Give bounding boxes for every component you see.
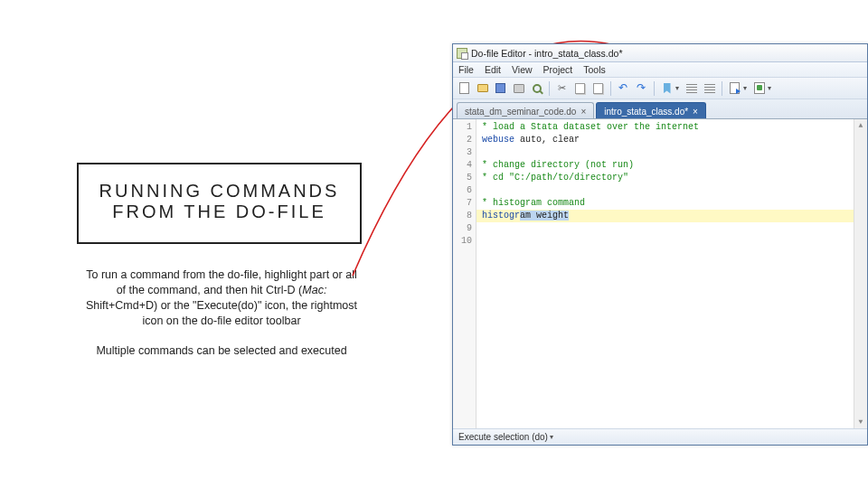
dropdown-icon[interactable]: ▾ xyxy=(550,433,553,441)
close-icon[interactable]: × xyxy=(693,107,698,117)
bookmark-icon xyxy=(664,83,671,94)
tab-bar: stata_dm_seminar_code.do × intro_stata_c… xyxy=(453,99,867,119)
code-line-1: * load a Stata dataset over the internet xyxy=(482,122,699,132)
code-line-7: * histogram command xyxy=(482,198,585,208)
dofile-editor-window: Do-file Editor - intro_stata_class.do* F… xyxy=(452,43,868,446)
code-line-8-selection: am weight xyxy=(520,211,569,221)
line-number: 2 xyxy=(453,134,472,146)
menu-tools[interactable]: Tools xyxy=(583,64,606,75)
paste-icon xyxy=(593,83,603,94)
code-line-2-cmd: webuse xyxy=(482,135,514,145)
line-number: 8 xyxy=(453,210,472,222)
run-button[interactable] xyxy=(727,80,742,96)
toolbar-separator xyxy=(610,81,611,96)
code-line-4: * change directory (not run) xyxy=(482,160,634,170)
redo-icon xyxy=(637,84,647,93)
paste-button[interactable] xyxy=(590,80,606,96)
code-line-8-cmd: histogr xyxy=(482,211,520,221)
tab-label: stata_dm_seminar_code.do xyxy=(465,107,576,117)
print-button[interactable] xyxy=(511,80,526,96)
line-number: 4 xyxy=(453,159,472,172)
close-icon[interactable]: × xyxy=(580,107,586,117)
code-line-5a: * cd xyxy=(482,173,509,183)
paragraph-2: Multiple commands can be selected and ex… xyxy=(86,343,357,359)
code-content[interactable]: * load a Stata dataset over the internet… xyxy=(476,119,854,428)
menu-project[interactable]: Project xyxy=(543,64,573,75)
toolbar-separator xyxy=(549,81,550,96)
para1-part-c: Shift+Cmd+D) or the "Execute(do)" icon, … xyxy=(86,299,357,327)
status-text: Execute selection (do) xyxy=(458,432,548,442)
dropdown-icon[interactable]: ▾ xyxy=(768,84,773,92)
code-line-5b: "C:/path/to/directory" xyxy=(509,173,628,183)
slide-title-box: RUNNING COMMANDS FROM THE DO-FILE xyxy=(77,163,362,244)
menu-view[interactable]: View xyxy=(512,64,533,75)
toolbar-separator xyxy=(722,81,722,96)
window-title-text: Do-file Editor - intro_stata_class.do* xyxy=(471,48,623,59)
copy-icon xyxy=(575,83,585,94)
line-number: 5 xyxy=(453,172,472,184)
vertical-scrollbar[interactable]: ▲ ▼ xyxy=(854,119,867,428)
run-icon xyxy=(730,82,740,94)
cut-icon: ✂ xyxy=(558,82,566,94)
status-bar: Execute selection (do) ▾ xyxy=(453,428,867,445)
new-button[interactable] xyxy=(457,80,472,96)
save-disk-icon xyxy=(495,83,505,93)
outdent-button[interactable] xyxy=(684,80,699,96)
window-titlebar[interactable]: Do-file Editor - intro_stata_class.do* xyxy=(453,44,867,62)
copy-button[interactable] xyxy=(572,80,588,96)
line-number: 1 xyxy=(453,121,472,134)
line-number-gutter: 1 2 3 4 5 6 7 8 9 10 xyxy=(453,119,476,428)
execute-do-icon xyxy=(754,82,765,94)
menubar: File Edit View Project Tools xyxy=(453,62,867,78)
find-button[interactable] xyxy=(529,80,544,96)
bookmark-button[interactable] xyxy=(659,80,675,96)
code-editor[interactable]: 1 2 3 4 5 6 7 8 9 10 * load a Stata data… xyxy=(453,119,867,428)
slide-title: RUNNING COMMANDS FROM THE DO-FILE xyxy=(88,181,351,222)
indent-button[interactable] xyxy=(702,80,717,96)
code-line-2-args: auto, clear xyxy=(514,135,580,145)
scroll-up-icon[interactable]: ▲ xyxy=(854,119,867,132)
para1-mac-italic: Mac: xyxy=(302,284,326,296)
line-number: 7 xyxy=(453,197,472,210)
toolbar: ✂ ▾ ▾ ▾ xyxy=(453,78,867,99)
open-button[interactable] xyxy=(475,80,490,96)
dropdown-icon[interactable]: ▾ xyxy=(743,84,749,92)
search-icon xyxy=(533,84,542,93)
cut-button[interactable]: ✂ xyxy=(554,80,570,96)
line-number: 3 xyxy=(453,146,472,159)
dropdown-icon[interactable]: ▾ xyxy=(675,84,681,92)
paragraph-1: To run a command from the do-file, highl… xyxy=(86,267,357,329)
outdent-icon xyxy=(686,84,697,93)
undo-button[interactable] xyxy=(616,80,631,96)
app-icon xyxy=(457,48,467,59)
redo-button[interactable] xyxy=(634,80,649,96)
menu-file[interactable]: File xyxy=(458,64,474,75)
line-number: 9 xyxy=(453,222,472,235)
new-file-icon xyxy=(459,82,469,94)
undo-icon xyxy=(618,84,629,93)
line-number: 10 xyxy=(453,235,472,248)
tab-label: intro_stata_class.do* xyxy=(604,107,688,117)
tab-seminar-code[interactable]: stata_dm_seminar_code.do × xyxy=(457,102,594,118)
line-number: 6 xyxy=(453,184,472,197)
save-button[interactable] xyxy=(493,80,508,96)
tab-intro-stata-class[interactable]: intro_stata_class.do* × xyxy=(596,102,706,118)
execute-do-button[interactable] xyxy=(751,80,767,96)
menu-edit[interactable]: Edit xyxy=(485,64,501,75)
indent-icon xyxy=(704,84,715,93)
toolbar-separator xyxy=(654,81,655,96)
scroll-down-icon[interactable]: ▼ xyxy=(854,416,867,428)
print-icon xyxy=(514,84,524,93)
open-folder-icon xyxy=(477,84,488,92)
